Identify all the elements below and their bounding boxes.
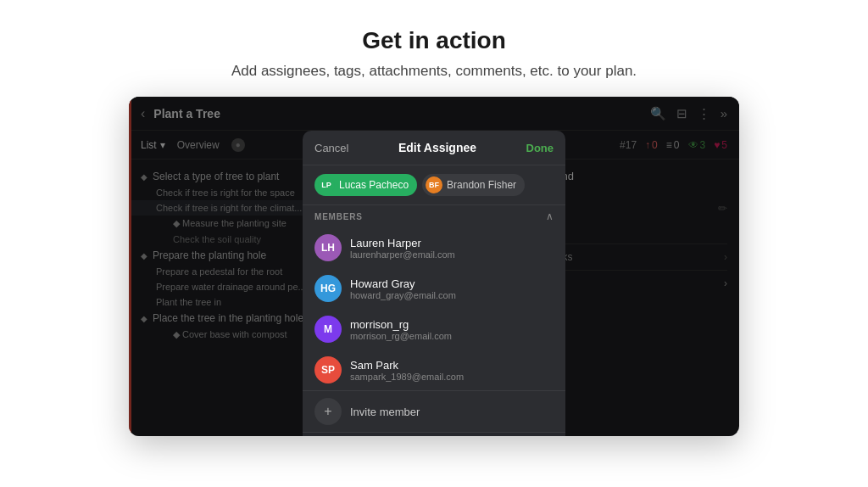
- edit-assignee-modal: Cancel Edit Assignee Done LP Lucas Pache…: [303, 131, 565, 436]
- avatar-morrison: M: [314, 316, 342, 343]
- member-row-sam[interactable]: SP Sam Park sampark_1989@email.com: [303, 350, 565, 390]
- external-teams-header: EXTERNAL TEAMS ∧: [303, 433, 565, 436]
- member-info-morrison: morrison_rg morrison_rg@email.com: [350, 318, 554, 341]
- member-row-lauren[interactable]: LH Lauren Harper laurenharper@email.com: [303, 227, 565, 268]
- avatar-howard: HG: [314, 275, 342, 302]
- assignee-name-brandon: Brandon Fisher: [447, 179, 516, 191]
- page-title: Get in action: [17, 27, 851, 54]
- assignee-chip-lucas[interactable]: LP Lucas Pacheco: [314, 174, 417, 196]
- member-name-sam: Sam Park: [350, 359, 554, 372]
- invite-label: Invite member: [350, 406, 420, 418]
- invite-member-row[interactable]: + Invite member: [303, 390, 565, 432]
- member-name-lauren: Lauren Harper: [350, 237, 554, 249]
- members-section-label: MEMBERS: [314, 212, 363, 221]
- modal-overlay: Cancel Edit Assignee Done LP Lucas Pache…: [129, 97, 739, 436]
- member-email-lauren: laurenharper@email.com: [350, 249, 554, 260]
- member-row-morrison[interactable]: M morrison_rg morrison_rg@email.com: [303, 309, 565, 350]
- page-subtitle: Add assignees, tags, attachments, commen…: [17, 63, 851, 80]
- member-name-morrison: morrison_rg: [350, 318, 554, 331]
- assignee-name-lucas: Lucas Pacheco: [339, 179, 409, 191]
- member-info-howard: Howard Gray howard_gray@email.com: [350, 277, 554, 300]
- member-info-lauren: Lauren Harper laurenharper@email.com: [350, 237, 554, 260]
- avatar-sam: SP: [314, 356, 342, 383]
- assignee-chip-brandon[interactable]: BF Brandon Fisher: [422, 174, 525, 196]
- collapse-members-icon[interactable]: ∧: [546, 210, 554, 222]
- member-email-sam: sampark_1989@email.com: [350, 372, 554, 382]
- avatar-lucas: LP: [318, 176, 335, 193]
- members-section-header: MEMBERS ∧: [303, 205, 565, 227]
- assignee-chips: LP Lucas Pacheco BF Brandon Fisher: [303, 165, 565, 205]
- invite-icon: +: [314, 398, 342, 425]
- avatar-lauren: LH: [314, 234, 342, 261]
- modal-done-button[interactable]: Done: [526, 142, 554, 154]
- member-info-sam: Sam Park sampark_1989@email.com: [350, 359, 554, 382]
- member-row-howard[interactable]: HG Howard Gray howard_gray@email.com: [303, 268, 565, 309]
- member-name-howard: Howard Gray: [350, 277, 554, 290]
- external-teams-section: EXTERNAL TEAMS ∧ You can outsource a tas…: [303, 432, 565, 436]
- modal-title: Edit Assignee: [398, 141, 476, 154]
- modal-header: Cancel Edit Assignee Done: [303, 131, 565, 165]
- avatar-brandon: BF: [426, 176, 442, 193]
- member-email-morrison: morrison_rg@email.com: [350, 331, 554, 341]
- modal-cancel-button[interactable]: Cancel: [314, 142, 348, 154]
- member-email-howard: howard_gray@email.com: [350, 290, 554, 300]
- app-window: ‹ Plant a Tree 🔍 ⊟ ⋮ » List ▾ Overview ●…: [129, 97, 739, 436]
